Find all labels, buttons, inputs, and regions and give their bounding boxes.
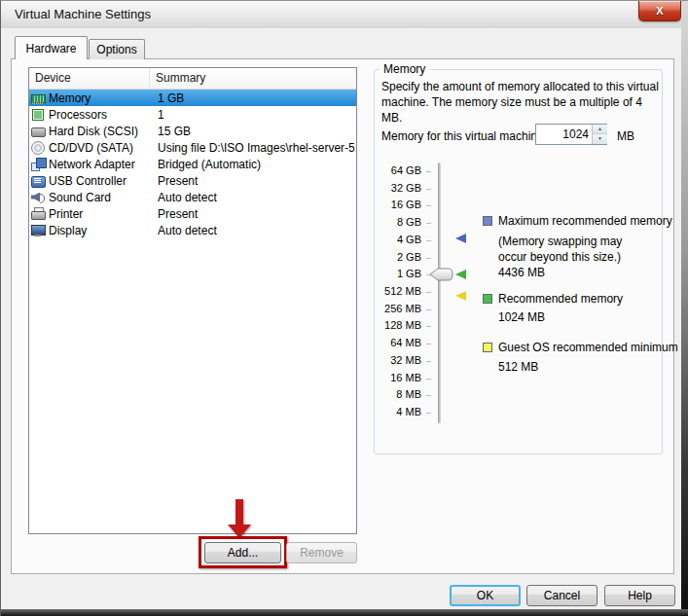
- table-row[interactable]: CD/DVD (SATA) Using file D:\ISO Images\r…: [29, 139, 356, 156]
- scale-tick: [426, 240, 431, 241]
- scale-tick: [426, 361, 431, 362]
- annotation-arrow-icon: [235, 499, 243, 525]
- recommended-memory-marker-icon: [455, 270, 466, 279]
- scale-label: 32 GB: [363, 182, 421, 194]
- minimum-memory-marker-icon: [455, 291, 466, 301]
- max-memory-legend-title: Maximum recommended memory: [498, 214, 672, 228]
- memory-size-label: Memory for this virtual machine:: [381, 129, 547, 143]
- ok-button[interactable]: OK: [450, 585, 521, 606]
- table-row[interactable]: Printer Present: [29, 205, 356, 222]
- sound-icon: [31, 191, 46, 204]
- memory-icon: [31, 91, 46, 105]
- minimum-memory-legend-title: Guest OS recommended minimum: [498, 341, 678, 354]
- scale-label: 64 MB: [363, 337, 421, 348]
- spinner-down-button[interactable]: ▼: [593, 134, 607, 144]
- window-bottom-edge: [1, 609, 688, 616]
- minimum-memory-value: 512 MB: [498, 360, 538, 374]
- memory-size-input[interactable]: [536, 125, 592, 144]
- memory-unit-label: MB: [617, 129, 634, 143]
- scale-tick: [426, 395, 431, 396]
- close-button[interactable]: X: [638, 1, 681, 21]
- tab-hardware[interactable]: Hardware: [15, 36, 88, 59]
- table-row[interactable]: Sound Card Auto detect: [29, 189, 356, 205]
- column-header-device: Device: [29, 68, 150, 89]
- scale-tick: [426, 292, 431, 293]
- close-icon: X: [656, 5, 663, 17]
- column-header-summary: Summary: [150, 68, 356, 89]
- scale-tick: [426, 413, 431, 414]
- cancel-button[interactable]: Cancel: [526, 585, 597, 606]
- scale-label: 2 GB: [363, 251, 421, 263]
- max-memory-note-line2: occur beyond this size.): [498, 250, 621, 264]
- scale-tick: [426, 171, 431, 172]
- memory-group-title: Memory: [380, 62, 429, 76]
- scale-label: 4 GB: [363, 234, 421, 245]
- max-memory-note-line1: (Memory swapping may: [498, 235, 622, 248]
- processor-icon: [31, 108, 46, 122]
- hard-disk-icon: [31, 125, 46, 138]
- max-memory-value: 4436 MB: [498, 266, 545, 279]
- window-title: Virtual Machine Settings: [15, 1, 151, 28]
- scale-tick: [426, 309, 431, 310]
- scale-label: 8 GB: [363, 216, 421, 228]
- scale-tick: [426, 344, 431, 344]
- window-right-edge: [681, 1, 688, 616]
- virtual-machine-settings-dialog: Virtual Machine Settings X Hardware Opti…: [0, 0, 688, 616]
- table-row[interactable]: Display Auto detect: [29, 222, 356, 238]
- scale-label: 8 MB: [363, 388, 421, 400]
- recommended-memory-legend-icon: [483, 294, 492, 304]
- max-memory-marker-icon: [455, 234, 466, 243]
- scale-label: 4 MB: [363, 406, 421, 417]
- scale-label: 32 MB: [363, 354, 421, 366]
- scale-label: 64 GB: [363, 164, 421, 176]
- table-row[interactable]: Memory 1 GB: [29, 90, 356, 106]
- title-bar: Virtual Machine Settings: [1, 1, 688, 28]
- spinner-up-button[interactable]: ▲: [593, 125, 607, 134]
- scale-label: 16 GB: [363, 199, 421, 210]
- table-row[interactable]: Network Adapter Bridged (Automatic): [29, 156, 356, 172]
- usb-icon: [31, 174, 46, 188]
- max-memory-legend-icon: [483, 216, 492, 226]
- printer-icon: [31, 207, 46, 221]
- network-icon: [31, 158, 46, 171]
- scale-label: 16 MB: [363, 372, 421, 383]
- memory-slider-handle[interactable]: [429, 268, 453, 285]
- display-icon: [31, 224, 46, 237]
- scale-label: 1 GB: [363, 268, 421, 279]
- scale-tick: [426, 189, 431, 190]
- table-row[interactable]: USB Controller Present: [29, 172, 356, 189]
- scale-tick: [426, 223, 431, 224]
- tab-options[interactable]: Options: [89, 39, 145, 59]
- recommended-memory-value: 1024 MB: [498, 310, 545, 324]
- scale-tick: [426, 205, 431, 206]
- scale-tick: [426, 258, 431, 259]
- help-button[interactable]: Help: [604, 585, 675, 606]
- table-row[interactable]: Hard Disk (SCSI) 15 GB: [29, 123, 356, 139]
- scale-tick: [426, 379, 431, 380]
- scale-label: 128 MB: [363, 319, 421, 331]
- device-list-header: Device Summary: [29, 68, 356, 90]
- remove-button[interactable]: Remove: [286, 542, 357, 563]
- table-row[interactable]: Processors 1: [29, 106, 356, 123]
- recommended-memory-legend-title: Recommended memory: [498, 292, 623, 306]
- scale-label: 256 MB: [363, 303, 421, 314]
- memory-slider-track[interactable]: [438, 163, 441, 423]
- scale-tick: [426, 326, 431, 327]
- scale-label: 512 MB: [363, 285, 421, 297]
- memory-size-spinner: ▲ ▼: [535, 124, 607, 145]
- memory-description: Specify the amount of memory allocated t…: [381, 79, 666, 126]
- add-button[interactable]: Add...: [204, 542, 281, 563]
- device-rows: Memory 1 GB Processors 1 Hard Disk (SCSI…: [29, 90, 356, 238]
- device-list: Device Summary Memory 1 GB Processors 1 …: [28, 67, 357, 534]
- cd-icon: [31, 141, 46, 155]
- minimum-memory-legend-icon: [483, 343, 492, 352]
